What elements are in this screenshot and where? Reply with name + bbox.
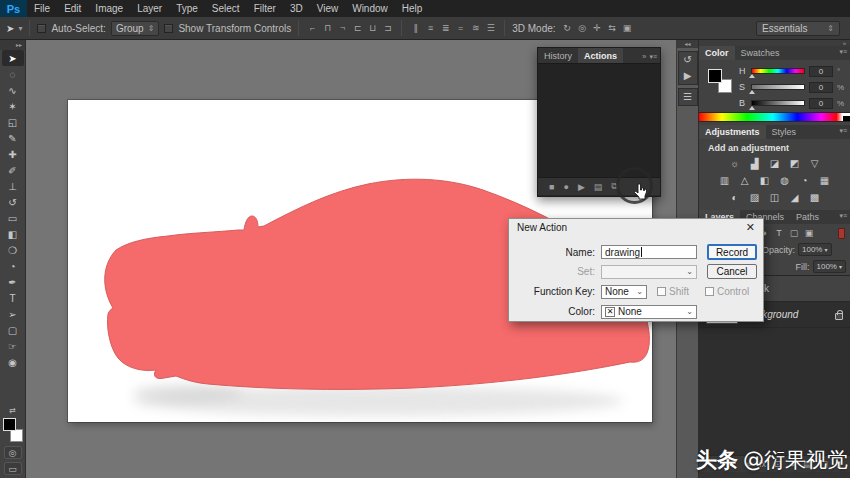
align-horizontal-centers-icon[interactable]: ⊔ bbox=[366, 23, 379, 33]
drag-3d-camera-icon[interactable]: ✛ bbox=[591, 23, 604, 33]
selective-color-icon[interactable]: ▩ bbox=[808, 191, 821, 204]
actions-panel-icon[interactable]: ▶ bbox=[684, 70, 692, 82]
brush-tool[interactable]: ✐ bbox=[2, 162, 24, 178]
distribute-right-edges-icon[interactable]: ≣ bbox=[439, 23, 452, 33]
zoom-tool[interactable]: ◉ bbox=[2, 354, 24, 370]
gradient-map-icon[interactable]: ◢ bbox=[788, 191, 801, 204]
threshold-icon[interactable]: ◫ bbox=[768, 191, 781, 204]
eraser-tool[interactable]: ▭ bbox=[2, 210, 24, 226]
stop-recording-icon[interactable]: ■ bbox=[549, 182, 554, 192]
workspace-switcher[interactable]: Essentials ⇕ bbox=[756, 21, 840, 36]
tab-color[interactable]: Color bbox=[699, 46, 735, 60]
lasso-tool[interactable]: ∿ bbox=[2, 82, 24, 98]
menu-image[interactable]: Image bbox=[88, 0, 130, 17]
brightness-slider[interactable] bbox=[751, 100, 805, 106]
panel-menu-icon[interactable]: ▾≡ bbox=[839, 210, 850, 224]
marquee-tool[interactable]: ◌ bbox=[2, 66, 24, 82]
control-checkbox[interactable] bbox=[705, 287, 714, 296]
clone-stamp-tool[interactable]: ⊥ bbox=[2, 178, 24, 194]
align-top-edges-icon[interactable]: ⌐ bbox=[306, 23, 319, 33]
fill-value-dropdown[interactable]: 100% ▾ bbox=[813, 260, 846, 273]
tab-actions[interactable]: Actions bbox=[578, 48, 623, 63]
filter-type-layers-icon[interactable]: T bbox=[773, 228, 785, 238]
color-spectrum-ramp[interactable] bbox=[699, 112, 850, 122]
collapse-panel-icon[interactable]: » bbox=[642, 50, 649, 61]
distribute-top-edges-icon[interactable]: = bbox=[454, 23, 467, 33]
record-button[interactable]: Record bbox=[707, 244, 757, 260]
action-color-dropdown[interactable]: ✕ None ⌄ bbox=[601, 305, 697, 319]
align-right-edges-icon[interactable]: ⊐ bbox=[381, 23, 394, 33]
zoom-3d-camera-icon[interactable]: ▣ bbox=[621, 23, 634, 33]
brightness-contrast-icon[interactable]: ☼ bbox=[728, 157, 741, 170]
menu-file[interactable]: File bbox=[27, 0, 57, 17]
type-tool[interactable]: T bbox=[2, 290, 24, 306]
hue-value[interactable]: 0 bbox=[809, 66, 833, 77]
color-balance-icon[interactable]: △ bbox=[738, 174, 751, 187]
create-new-set-icon[interactable]: ▤ bbox=[594, 182, 603, 192]
rectangle-tool[interactable]: ▢ bbox=[2, 322, 24, 338]
auto-select-target-dropdown[interactable]: Group ⇕ bbox=[111, 21, 160, 36]
distribute-bottom-edges-icon[interactable]: ☰ bbox=[484, 23, 497, 33]
screen-mode-button[interactable]: ▭ bbox=[4, 462, 22, 475]
black-white-icon[interactable]: ◧ bbox=[758, 174, 771, 187]
tab-swatches[interactable]: Swatches bbox=[735, 46, 786, 60]
show-transform-checkbox[interactable] bbox=[164, 24, 173, 33]
tab-paths[interactable]: Paths bbox=[790, 210, 825, 224]
eyedropper-tool[interactable]: ✎ bbox=[2, 130, 24, 146]
filter-shape-layers-icon[interactable]: ▢ bbox=[788, 228, 800, 238]
shift-checkbox[interactable] bbox=[657, 287, 666, 296]
curves-icon[interactable]: ◪ bbox=[768, 157, 781, 170]
menu-3d[interactable]: 3D bbox=[283, 0, 310, 17]
levels-icon[interactable]: ▟ bbox=[748, 157, 761, 170]
align-vertical-centers-icon[interactable]: ⊓ bbox=[321, 23, 334, 33]
hand-tool[interactable]: ☞ bbox=[2, 338, 24, 354]
roll-3d-camera-icon[interactable]: ◎ bbox=[576, 23, 589, 33]
magic-wand-tool[interactable]: ✶ bbox=[2, 98, 24, 114]
toolbar-collapse-icon[interactable]: ▸▸ bbox=[0, 40, 25, 50]
layer-filter-toggle[interactable] bbox=[838, 228, 845, 239]
blur-tool[interactable]: ❍ bbox=[2, 242, 24, 258]
play-selection-icon[interactable]: ▶ bbox=[578, 182, 585, 192]
panel-menu-icon[interactable]: ▾≡ bbox=[649, 51, 660, 61]
hue-saturation-icon[interactable]: ▥ bbox=[718, 174, 731, 187]
filter-smart-objects-icon[interactable]: ▣ bbox=[803, 228, 815, 238]
auto-select-checkbox[interactable] bbox=[37, 24, 46, 33]
color-lookup-icon[interactable]: ▦ bbox=[818, 174, 831, 187]
history-panel-icon[interactable]: ↺ bbox=[683, 54, 691, 66]
dialog-titlebar[interactable]: New Action ✕ bbox=[509, 219, 763, 236]
slider-marker-icon[interactable] bbox=[749, 106, 755, 110]
saturation-slider[interactable] bbox=[751, 84, 805, 90]
black-swatch[interactable] bbox=[843, 116, 850, 121]
menu-layer[interactable]: Layer bbox=[130, 0, 169, 17]
hue-slider[interactable] bbox=[751, 68, 805, 74]
panel-menu-icon[interactable]: ▾≡ bbox=[839, 46, 850, 60]
begin-recording-icon[interactable]: ● bbox=[563, 182, 568, 192]
photo-filter-icon[interactable]: ◍ bbox=[778, 174, 791, 187]
menu-help[interactable]: Help bbox=[395, 0, 430, 17]
orbit-3d-camera-icon[interactable]: ↻ bbox=[561, 23, 574, 33]
crop-tool[interactable]: ◱ bbox=[2, 114, 24, 130]
move-tool[interactable]: ➤ bbox=[2, 50, 24, 66]
posterize-icon[interactable]: ▨ bbox=[748, 191, 761, 204]
action-name-input[interactable]: drawing bbox=[601, 245, 697, 259]
gradient-tool[interactable]: ◧ bbox=[2, 226, 24, 242]
menu-filter[interactable]: Filter bbox=[247, 0, 283, 17]
tool-preset-caret-icon[interactable]: ▾ bbox=[18, 24, 22, 33]
close-icon[interactable]: ✕ bbox=[746, 222, 755, 233]
cancel-button[interactable]: Cancel bbox=[707, 264, 757, 279]
expand-dock-icon[interactable]: ◂◂ bbox=[677, 40, 698, 48]
saturation-value[interactable]: 0 bbox=[809, 82, 833, 93]
exposure-icon[interactable]: ◩ bbox=[788, 157, 801, 170]
slider-marker-icon[interactable] bbox=[749, 74, 755, 78]
align-bottom-edges-icon[interactable]: ¬ bbox=[336, 23, 349, 33]
menu-view[interactable]: View bbox=[310, 0, 346, 17]
channel-mixer-icon[interactable]: ◔ bbox=[798, 174, 811, 187]
distribute-horizontal-centers-icon[interactable]: ≡ bbox=[424, 23, 437, 33]
align-left-edges-icon[interactable]: ⊏ bbox=[351, 23, 364, 33]
foreground-color-swatch[interactable] bbox=[708, 69, 722, 83]
distribute-left-edges-icon[interactable]: ∥ bbox=[409, 23, 422, 33]
tab-styles[interactable]: Styles bbox=[766, 125, 803, 139]
function-key-dropdown[interactable]: None ⌄ bbox=[601, 285, 647, 299]
vibrance-icon[interactable]: ▽ bbox=[808, 157, 821, 170]
slider-marker-icon[interactable] bbox=[749, 90, 755, 94]
